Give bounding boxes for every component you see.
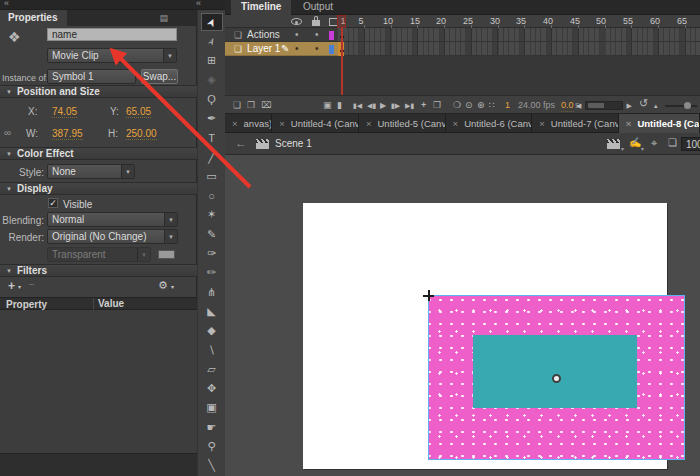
symbol-type-dropdown[interactable]: Movie Clip ▼ (47, 48, 177, 63)
lock-layers-icon[interactable] (312, 20, 320, 26)
zoom-slider-thumb[interactable] (684, 102, 691, 109)
blending-dropdown[interactable]: Normal ▼ (47, 212, 178, 227)
lasso-tool[interactable]: Ϙ (201, 90, 223, 108)
free-transform-tool[interactable]: ⊞ (201, 52, 223, 70)
layer-visibility-dot[interactable]: • (295, 43, 299, 54)
edit-symbols-icon[interactable]: ✍ (629, 137, 641, 148)
line-tool[interactable]: ╱ (201, 148, 223, 166)
close-tab-icon[interactable]: × (453, 118, 459, 129)
timeline-scrollbar[interactable]: ◀ ▶ (585, 101, 623, 110)
close-tab-icon[interactable]: × (279, 118, 285, 129)
play-button[interactable]: ▶ (380, 100, 386, 111)
doc-tab[interactable]: Untitled-7 (Canvas)* × (532, 114, 619, 133)
scene-breadcrumb[interactable]: Scene 1 (275, 138, 312, 149)
layer-lock-dot[interactable]: • (315, 43, 319, 54)
collapse-caret-icon[interactable]: ▴ (654, 100, 658, 111)
edit-multiple-frames-button[interactable]: ⊛ (477, 100, 485, 111)
layer-row-layer1[interactable]: ❏ Layer 1 ✎ • • (225, 42, 700, 56)
camera-tool[interactable]: ▣ (201, 399, 223, 417)
tab-properties[interactable]: Properties (0, 10, 67, 26)
stage-zoom-input[interactable]: 100 (681, 137, 700, 151)
edit-scene-icon[interactable] (607, 139, 620, 149)
doc-tab[interactable]: Untitled-6 (Canvas)* × (446, 114, 533, 133)
filters-table-body[interactable] (0, 310, 197, 453)
doc-tab[interactable]: Untitled-8 (Canva × (619, 114, 700, 133)
current-frame-value[interactable]: 1 (505, 100, 510, 111)
asset-warp-tool[interactable]: ✥ (201, 380, 223, 398)
doc-tab[interactable]: anvas)* × (225, 114, 272, 133)
eraser-tool[interactable]: ▱ (201, 360, 223, 378)
oval-tool[interactable]: ○ (201, 187, 223, 205)
polystar-tool[interactable]: ✶ (201, 206, 223, 224)
h-value[interactable]: 250.00 (126, 128, 157, 140)
gear-caret-icon[interactable]: ▾ (171, 283, 174, 290)
ink-bottle-tool[interactable]: ◆ (201, 322, 223, 340)
text-tool[interactable]: T (201, 129, 223, 147)
back-arrow-icon[interactable]: ← (235, 136, 247, 150)
render-dropdown[interactable]: Original (No Change) ▼ (47, 229, 178, 244)
delete-layer-button[interactable]: ⌧ (261, 100, 271, 111)
w-value[interactable]: 387.95 (52, 128, 83, 140)
camera-toggle-icon[interactable]: ▮ (337, 100, 342, 111)
zoom-tool[interactable]: ⚲ (201, 438, 223, 456)
bone-tool[interactable]: ⋔ (201, 283, 223, 301)
center-frame-icon[interactable]: ⌖ (651, 137, 657, 150)
scroll-left-icon[interactable]: ◀ (576, 102, 581, 110)
camera-button[interactable]: ▣ (323, 100, 332, 111)
teal-rectangle[interactable] (473, 335, 637, 408)
timeline-empty-area[interactable] (225, 56, 700, 95)
section-color-effect[interactable]: ▼ Color Effect (0, 147, 197, 160)
collapse-tools-icon[interactable]: « (196, 0, 201, 8)
playhead-marker[interactable] (337, 15, 346, 28)
modify-markers-button[interactable]: ∷ (489, 100, 495, 111)
layer-color-swatch[interactable] (329, 45, 334, 54)
gradient-transform-tool[interactable]: ◈ (201, 71, 223, 89)
insert-frame-button[interactable]: + (421, 100, 426, 111)
tab-output[interactable]: Output (293, 0, 343, 15)
eyedropper-tool[interactable]: ∖ (201, 341, 223, 359)
collapse-panel-icon[interactable]: « (4, 0, 9, 8)
doc-tab[interactable]: Untitled-4 (Canvas)* × (272, 114, 359, 133)
onion-skin-button[interactable]: ❍ (453, 100, 461, 111)
paste-frames-button[interactable]: ❐ (433, 100, 441, 111)
new-folder-button[interactable]: ❐ (247, 100, 255, 111)
new-layer-button[interactable]: ❏ (233, 100, 241, 111)
pasteboard[interactable] (225, 155, 700, 476)
tab-timeline[interactable]: Timeline (231, 0, 291, 15)
layer-name[interactable]: Layer 1 (247, 43, 280, 54)
subselection-tool[interactable]: ➢ (201, 32, 223, 50)
classic-brush-tool[interactable]: ✏ (201, 264, 223, 282)
add-filter-caret-icon[interactable]: ▾ (18, 283, 21, 290)
link-width-height-icon[interactable]: ∞ (4, 127, 11, 138)
panel-menu-icon[interactable]: ▤ (159, 13, 168, 23)
doc-tab[interactable]: Untitled-5 (Canvas)* × (359, 114, 446, 133)
stage[interactable] (303, 203, 667, 469)
layer-lock-dot[interactable]: • (315, 29, 319, 40)
paint-bucket-tool[interactable]: ◣ (201, 302, 223, 320)
frame-ruler[interactable]: 15101520253035404550556065 (338, 15, 700, 28)
close-tab-icon[interactable]: × (626, 118, 632, 129)
swap-button[interactable]: Swap... (141, 69, 178, 84)
layer-row-actions[interactable]: ❏ Actions • • (225, 28, 700, 42)
playhead-line[interactable] (341, 28, 343, 95)
instance-name-input[interactable]: name (47, 28, 177, 41)
scrollbar-thumb[interactable] (588, 103, 604, 108)
close-tab-icon[interactable]: × (539, 118, 545, 129)
layer-name[interactable]: Actions (247, 29, 280, 40)
gear-icon[interactable]: ⚙ (158, 279, 168, 292)
edit-symbols-caret-icon[interactable]: ▾ (641, 145, 644, 152)
fluid-brush-tool[interactable]: ✑ (201, 245, 223, 263)
selection-tool[interactable]: ➤ (201, 13, 223, 31)
layer-visibility-dot[interactable]: • (295, 29, 299, 40)
onion-skin-outline-button[interactable]: ⊙ (465, 100, 473, 111)
pencil-tool[interactable]: ✎ (201, 225, 223, 243)
show-hide-layers-icon[interactable] (291, 18, 302, 25)
x-value[interactable]: 74.05 (52, 106, 77, 118)
layer-frames-layer1[interactable] (338, 42, 700, 56)
elapsed-time-value[interactable]: 0.0 (561, 100, 574, 112)
scroll-right-icon[interactable]: ▶ (627, 102, 632, 110)
step-back-button[interactable]: ◀▮ (367, 100, 376, 111)
loop-button[interactable]: ↺ (639, 98, 648, 109)
hand-tool[interactable]: ☛ (201, 418, 223, 436)
close-tab-icon[interactable]: × (232, 118, 238, 129)
